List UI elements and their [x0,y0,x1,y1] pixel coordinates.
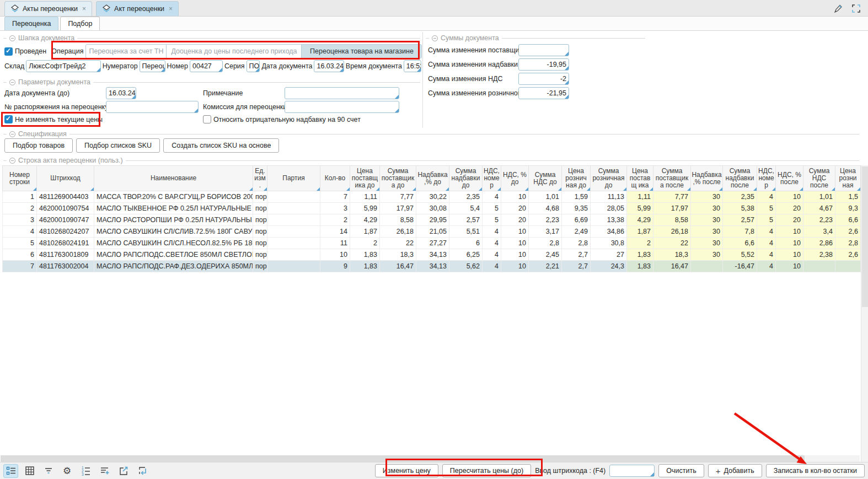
operation-option-dootsenka[interactable]: Дооценка до цены последнего прихода [166,44,302,58]
table-cell[interactable]: 16,47 [380,261,416,272]
table-cell[interactable]: 4810268024191 [37,238,94,249]
table-cell[interactable]: 4 [483,249,501,261]
table-cell[interactable]: 2,8 [835,238,861,249]
barcode-input[interactable] [609,465,655,477]
podbor-tovarov-button[interactable]: Подбор товаров [4,138,73,153]
table-cell[interactable]: 7,8 [723,226,757,238]
operation-option-magazin[interactable]: Переоценка товара на магазине [301,44,422,58]
column-header[interactable]: Цена поставщика до [350,166,380,191]
table-cell[interactable]: 1,11 [350,191,380,203]
add-button[interactable]: + Добавить [708,464,762,477]
table-cell[interactable]: 7 [3,261,37,272]
table-cell[interactable]: 4,67 [803,203,835,214]
table-cell[interactable]: 1,59 [562,191,591,203]
table-cell[interactable]: 10 [776,261,803,272]
table-cell[interactable]: 28,05 [591,203,627,214]
table-cell[interactable]: 9 [320,261,350,272]
table-cell[interactable]: 3,17 [529,226,562,238]
table-cell[interactable]: 2,6 [835,249,861,261]
table-cell[interactable]: пор [253,249,267,261]
table-row[interactable]: 54810268024191МАСЛО САВУШКИН СЛ/СЛ.НЕСОЛ… [3,238,861,249]
date-to-field[interactable]: 16.03.24 [106,87,136,99]
table-cell[interactable]: 2,57 [723,214,757,226]
table-cell[interactable]: 10 [501,226,529,238]
sum-vat-field[interactable]: -2 [518,73,569,85]
table-cell[interactable]: 8,58 [380,214,416,226]
table-cell[interactable]: 2 [320,214,350,226]
table-cell[interactable]: пор [253,191,267,203]
table-cell[interactable]: 22 [380,238,416,249]
table-cell[interactable] [267,226,320,238]
table-cell[interactable]: МАСЛО ТЫКВЕННОЕ РФ 0.25Л НАТУРАЛЬНЫЕ М [94,203,253,214]
table-cell[interactable]: 10 [776,191,803,203]
column-header[interactable]: НДС, номер [483,166,501,191]
table-cell[interactable]: 30,22 [416,191,449,203]
table-cell[interactable] [267,238,320,249]
column-header[interactable]: Цена рознич ная до [562,166,591,191]
column-header[interactable]: НДС, % до [501,166,529,191]
column-header[interactable]: Надбавка ,% после [691,166,723,191]
table-cell[interactable]: 7 [320,191,350,203]
change-price-button[interactable]: Изменить цену [375,464,438,477]
table-cell[interactable]: 6,6 [723,238,757,249]
table-cell[interactable]: 5,52 [723,249,757,261]
column-header[interactable]: Кол-во [320,166,350,191]
table-row[interactable]: 34620001090747МАСЛО РАСТОРОПШИ РФ 0.25Л … [3,214,861,226]
table-cell[interactable]: 5,62 [449,261,483,272]
table-cell[interactable]: -16,47 [723,261,757,272]
horizontal-scrollbar[interactable] [1,455,860,462]
table-cell[interactable]: 1,87 [350,226,380,238]
column-header[interactable]: НДС, % после [776,166,803,191]
create-sku-list-button[interactable]: Создать список SKU на основе [163,138,279,153]
table-cell[interactable]: 20 [776,203,803,214]
table-cell[interactable]: 4,68 [529,203,562,214]
table-cell[interactable]: МАСЛО САВУШКИН СЛ/СЛ.НЕСОЛ.82.5% РБ 180 [94,238,253,249]
table-cell[interactable]: 6,69 [562,214,591,226]
table-cell[interactable]: 10 [501,261,529,272]
table-cell[interactable] [835,261,861,272]
table-cell[interactable]: 2,21 [529,261,562,272]
column-header[interactable]: Сумма поставщика до [380,166,416,191]
table-cell[interactable]: 2 [350,238,380,249]
open-external-icon[interactable] [116,464,131,478]
table-cell[interactable]: 5,51 [449,226,483,238]
table-cell[interactable]: 4 [483,261,501,272]
table-cell[interactable]: 1,87 [627,226,653,238]
table-cell[interactable]: 2,45 [529,249,562,261]
collapse-icon[interactable] [9,35,15,41]
table-cell[interactable]: 1,11 [627,191,653,203]
table-cell[interactable]: 10 [776,238,803,249]
column-header[interactable]: Надбавка ,% до [416,166,449,191]
table-cell[interactable]: 2,35 [723,191,757,203]
numerator-field[interactable]: Переоце [140,60,165,72]
table-cell[interactable]: 18,3 [380,249,416,261]
seria-field[interactable]: ПО [247,60,260,72]
table-cell[interactable]: 13,38 [591,214,627,226]
operation-option-tn[interactable]: Переоценка за счет ТН [85,44,167,58]
table-cell[interactable]: 3 [3,214,37,226]
close-icon[interactable]: × [82,5,86,13]
table-cell[interactable] [267,214,320,226]
table-cell[interactable]: 11,13 [591,191,627,203]
table-cell[interactable]: 16,47 [653,261,691,272]
table-cell[interactable]: 4 [483,191,501,203]
table-cell[interactable]: пор [253,203,267,214]
column-header[interactable]: Сумма розничная до [591,166,627,191]
table-cell[interactable]: 2 [627,238,653,249]
filter-icon[interactable] [41,464,56,478]
table-cell[interactable]: 4 [757,261,776,272]
collapse-icon[interactable] [9,158,15,164]
table-cell[interactable]: 30,8 [591,238,627,249]
table-cell[interactable]: 4 [3,226,37,238]
collapse-icon[interactable] [9,79,15,85]
table-cell[interactable]: 4810268024207 [37,226,94,238]
table-cell[interactable]: 1,83 [350,261,380,272]
scrollbar-thumb[interactable] [862,166,868,307]
table-cell[interactable]: 4 [757,191,776,203]
table-cell[interactable]: 5 [483,203,501,214]
table-cell[interactable]: 2,49 [562,226,591,238]
edit-pencil-icon[interactable] [833,3,843,14]
table-cell[interactable]: МАСЛО РАПС/ПОДС.СВЕТЛОЕ 850МЛ СВЕТЛОЕ [94,249,253,261]
table-cell[interactable]: 34,13 [416,249,449,261]
tab-akty-pereotsenki[interactable]: Акты переоценки × [4,1,92,16]
